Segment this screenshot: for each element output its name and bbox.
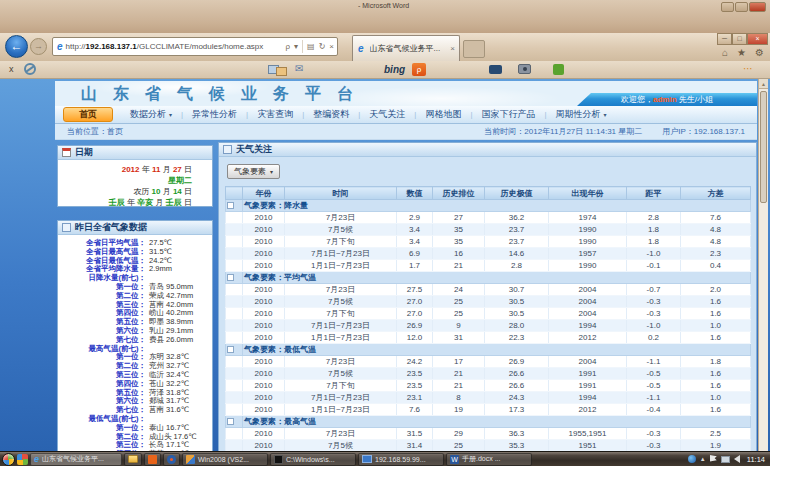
table-row[interactable]: 20107月23日24.21726.92004-1.11.8 [226,356,751,368]
cell: 9 [433,320,485,332]
task-button-3[interactable] [144,453,161,466]
new-tab-button[interactable] [463,40,485,58]
addon-puzzle-icon[interactable] [553,64,564,75]
back-button[interactable]: ← [5,35,28,58]
column-header[interactable]: 出现年份 [549,187,627,200]
close-button[interactable]: × [747,33,768,45]
table-row[interactable]: 20107月5候27.02530.52004-0.31.6 [226,296,751,308]
table-row[interactable]: 20107月5候23.52126.61991-0.51.6 [226,368,751,380]
clock[interactable]: 11:14 [747,455,765,464]
nav-item-9[interactable]: 周期性分析▾ [547,108,616,121]
task-button-4[interactable] [163,453,180,466]
cell: 1.8 [627,236,681,248]
close-x-icon[interactable]: x [9,64,14,74]
cell: 1990 [549,224,627,236]
checkbox[interactable] [227,274,234,281]
envelope-icon[interactable]: ✉ [295,63,303,74]
group-row[interactable]: 气象要素：最高气温 [226,416,751,428]
nav-item-8[interactable]: 国家下行产品 [472,108,544,121]
page-scrollbar[interactable]: ▲ [758,79,768,451]
tools-gear-icon[interactable]: ⚙ [755,47,764,59]
checkbox[interactable] [227,346,234,353]
nav-item-label: 周期性分析 [556,108,601,121]
column-header[interactable]: 历史排位 [433,187,485,200]
tab-close-icon[interactable]: × [450,44,455,53]
checkbox[interactable] [227,418,234,425]
element-filter-button[interactable]: 气象要素 ▾ [227,164,280,179]
stop-icon[interactable]: × [329,42,334,51]
main-panel: 天气关注 气象要素 ▾ 年份时间数值历史排位历史极值出现年份距平方差气象要素：降… [218,142,757,451]
cell: 31.4 [397,440,433,452]
table-row[interactable]: 20101月1日~7月23日1.7212.81990-0.10.4 [226,260,751,272]
nav-item-6[interactable]: 天气关注 [360,108,414,121]
start-button[interactable] [2,453,15,466]
table-row[interactable]: 20107月1日~7月23日23.1824.31994-1.11.0 [226,392,751,404]
column-header[interactable]: 年份 [243,187,285,200]
volume-icon[interactable] [734,455,740,463]
camera-icon[interactable] [518,64,531,74]
quick-launch-icon[interactable] [17,454,28,465]
nav-item-5[interactable]: 整编资料 [304,108,358,121]
address-bar[interactable]: e http://192.168.137.1/GLCCLIMATE/module… [52,37,338,56]
bg-minimize-button[interactable] [721,2,734,12]
browser-tab[interactable]: e 山东省气候业务平... × [352,35,460,61]
home-icon[interactable]: ⌂ [722,47,728,59]
table-row[interactable]: 20107月5候3.43523.719901.84.8 [226,224,751,236]
group-row[interactable]: 气象要素：最低气温 [226,344,751,356]
cell: 2010 [243,368,285,380]
table-row[interactable]: 20107月5候31.42535.31951-0.31.9 [226,440,751,452]
refresh-icon[interactable]: ↻ [319,42,326,51]
checkbox[interactable] [227,202,234,209]
minimize-button[interactable]: ─ [717,33,732,45]
table-row[interactable]: 20107月下旬23.52126.61991-0.51.6 [226,380,751,392]
table-row[interactable]: 20107月下旬27.02530.52004-0.31.6 [226,308,751,320]
table-row[interactable]: 20107月1日~7月23日26.9928.01994-1.01.0 [226,320,751,332]
search-icon[interactable]: ρ [285,42,290,51]
table-row[interactable]: 20107月23日31.52936.31955,1951-0.32.5 [226,428,751,440]
table-row[interactable]: 20107月1日~7月23日6.91614.61957-1.02.3 [226,248,751,260]
column-header[interactable]: 距平 [627,187,681,200]
nav-item-7[interactable]: 网格地图 [416,108,470,121]
bing-search-icon[interactable]: ρ [412,63,426,76]
task-button-6[interactable]: C:\Windows\s... [270,453,356,466]
nav-item-4[interactable]: 灾害查询 [248,108,302,121]
column-header[interactable]: 历史极值 [485,187,549,200]
group-row[interactable]: 气象要素：降水量 [226,200,751,212]
task-button-2[interactable] [124,453,142,466]
scroll-up-icon[interactable]: ▲ [759,79,768,89]
task-button-8[interactable]: W手册.docx ... [446,453,532,466]
search-dropdown-icon[interactable]: ▾ [294,42,298,51]
forward-button[interactable]: → [30,38,47,55]
nav-item-2[interactable]: 数据分析▾ [121,108,181,121]
scrollbar-thumb[interactable] [760,91,767,203]
action-center-flag-icon[interactable] [710,455,717,463]
column-header[interactable]: 方差 [681,187,751,200]
table-row[interactable]: 20107月23日27.52430.72004-0.72.0 [226,284,751,296]
task-button-7[interactable]: 192.168.59.99... [358,453,444,466]
favorites-star-icon[interactable]: ★ [737,47,746,59]
column-header[interactable]: 时间 [285,187,397,200]
maximize-button[interactable]: □ [732,33,747,45]
bg-close-button[interactable] [749,2,766,12]
tray-caret-icon[interactable]: ▲ [700,456,706,462]
nav-item-1[interactable]: 首页 [63,107,113,122]
task-button-1[interactable]: e山东省气候业务平... [30,453,122,466]
table-row[interactable]: 20107月23日2.92736.219742.87.6 [226,212,751,224]
nav-item-3[interactable]: 异常性分析 [183,108,246,121]
compatibility-icon[interactable]: ▤ [307,42,315,51]
bg-maximize-button[interactable] [735,2,748,12]
task-button-5[interactable]: Win2008 (VS2... [182,453,268,466]
network-globe-icon[interactable] [688,455,696,463]
table-row[interactable]: 20101月1日~7月23日7.61917.32012-0.41.6 [226,404,751,416]
card2-icon[interactable] [276,67,287,76]
column-header[interactable]: 数值 [397,187,433,200]
table-row[interactable]: 20101月1日~7月23日12.03122.320120.21.6 [226,332,751,344]
url-protocol: http:// [66,42,86,51]
table-row[interactable]: 20107月下旬3.43523.719901.84.8 [226,236,751,248]
binoculars-icon[interactable] [489,65,502,74]
rdp-icon [362,455,372,463]
network-monitor-icon[interactable] [721,456,730,463]
more-dots-icon[interactable]: ⋯ [743,63,754,74]
row-indent-cell [226,404,243,416]
group-row[interactable]: 气象要素：平均气温 [226,272,751,284]
